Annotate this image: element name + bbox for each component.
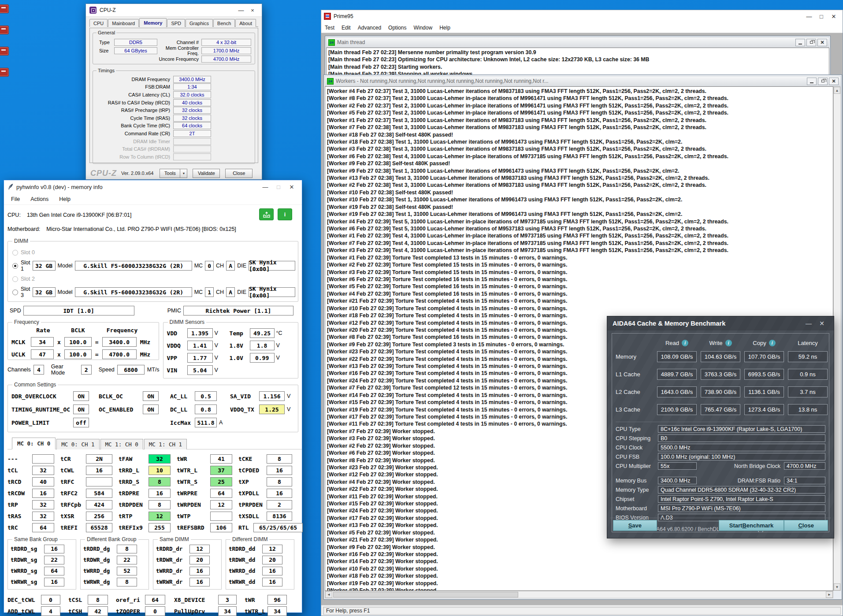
close-icon[interactable]: ✕: [829, 78, 839, 85]
scroll-up-icon[interactable]: ▲: [834, 87, 840, 94]
close-icon[interactable]: ✕: [817, 39, 827, 46]
mc-tab-0[interactable]: MC 0: CH 0: [12, 438, 56, 449]
extra-timing-value: 64: [145, 595, 165, 605]
vertical-scrollbar[interactable]: ▲ ▼: [833, 86, 841, 591]
close-button[interactable]: Close: [784, 520, 828, 531]
pyhwinfo-titlebar[interactable]: pyhwinfo v0.8 (dev) - memory info — □ ✕: [4, 180, 302, 193]
mc-tab-1[interactable]: MC 0: CH 1: [56, 439, 99, 449]
info-icon[interactable]: i: [769, 340, 776, 346]
scroll-left-icon[interactable]: ◄: [325, 591, 332, 598]
validate-button[interactable]: Validate: [193, 169, 220, 178]
menu-options[interactable]: Options: [385, 25, 410, 31]
timing-label: Total CAS# (tRDRAM): [96, 146, 173, 152]
pyhwinfo-minimize-button[interactable]: —: [259, 184, 272, 190]
scroll-right-icon[interactable]: ►: [826, 591, 833, 598]
speed-label: Speed: [99, 367, 115, 373]
info-label: Motherboard: [616, 505, 658, 512]
cpuz-titlebar[interactable]: CPU-Z — ×: [86, 4, 262, 17]
horizontal-scroll-thumb[interactable]: [333, 592, 518, 597]
timing-name: tWR: [177, 456, 210, 462]
slot-radio[interactable]: [12, 289, 18, 295]
timing-grid-row: tRC64tREFI65528tREFIx9255tREFSBRD106RTL6…: [7, 522, 298, 533]
menu-test[interactable]: Test: [321, 25, 338, 31]
desktop-icon[interactable]: [0, 4, 9, 13]
slot-radio[interactable]: [12, 263, 18, 269]
cpuz-memory-panel: General TypeDDR5Channel #4 x 32-bitSize6…: [89, 28, 258, 163]
desktop-icon[interactable]: [0, 68, 9, 77]
log-line: [Worker #4 Feb 27 02:39] Torture Test co…: [327, 290, 833, 297]
timing-value-box: 32: [32, 512, 54, 521]
prime95-minimize-button[interactable]: —: [803, 13, 815, 20]
tab-about[interactable]: About: [235, 19, 256, 27]
info-icon[interactable]: i: [725, 340, 732, 346]
bank-timing-row: tWRWR_dg8: [83, 576, 146, 587]
info-button[interactable]: i: [278, 208, 292, 220]
timing-value-box: 424: [86, 500, 112, 509]
read-value: 1643.0 GB/s: [657, 386, 697, 397]
minimize-icon[interactable]: [807, 78, 817, 85]
speed-value-box: 6800: [117, 365, 145, 375]
info-icon[interactable]: i: [682, 340, 688, 346]
scroll-down-icon[interactable]: ▼: [834, 583, 840, 590]
tab-spd[interactable]: SPD: [167, 19, 185, 27]
log-line: [Worker #9 Feb 27 02:39] Worker stopped.: [327, 544, 833, 551]
mc-tab-2[interactable]: MC 1: CH 0: [100, 439, 143, 449]
tab-bench[interactable]: Bench: [213, 19, 235, 27]
general-right-value: 1700.0 MHz: [201, 47, 251, 54]
close-button[interactable]: Close: [225, 169, 253, 178]
aida64-close-icon[interactable]: ✕: [815, 320, 828, 327]
tab-mainboard[interactable]: Mainboard: [108, 19, 139, 27]
menu-file[interactable]: File: [6, 196, 25, 202]
prime95-close-icon[interactable]: ✕: [828, 13, 840, 20]
main-thread-titlebar[interactable]: 24 Main thread ✕: [326, 37, 829, 48]
tab-graphics[interactable]: Graphics: [186, 19, 213, 27]
start-benchmark-button[interactable]: Start Benchmark: [719, 520, 784, 531]
frequency-box: 3400.0: [102, 337, 137, 347]
tools-button[interactable]: Tools: [160, 169, 180, 178]
mc-channel-tabs: MC 0: CH 0MC 0: CH 1MC 1: CH 0MC 1: CH 1: [12, 438, 298, 449]
info-row: ChipsetIntel Raptor Point-S Z790, Intel …: [616, 495, 825, 503]
menu-actions[interactable]: Actions: [25, 196, 54, 202]
column-header-write: Writei: [701, 340, 740, 346]
bank-timing-row: tRDWR_dg22: [83, 554, 146, 565]
menu-help[interactable]: Help: [54, 196, 76, 202]
prime95-titlebar[interactable]: Prime95 — □ ✕: [321, 10, 843, 22]
general-left-value: DDR5: [114, 39, 157, 46]
mc-tab-3[interactable]: MC 1: CH 1: [144, 439, 187, 449]
clock-name: MCLK: [11, 339, 31, 345]
timing-row: DRAM Idle Timer: [96, 137, 252, 145]
desktop-icon[interactable]: [0, 47, 9, 56]
tools-dropdown-arrow-icon[interactable]: ▼: [180, 169, 187, 178]
info-value: 8C+16c Intel Core i9-13900KF (Raptor Lak…: [658, 425, 825, 433]
horizontal-scrollbar[interactable]: ◄ ►: [325, 591, 833, 598]
cpuz-minimize-button[interactable]: —: [235, 7, 247, 14]
aida64-minimize-button[interactable]: —: [802, 320, 815, 327]
save-button[interactable]: Save: [613, 520, 657, 531]
menu-help[interactable]: Help: [436, 25, 454, 31]
pyhwinfo-close-icon[interactable]: ✕: [285, 184, 298, 190]
aida64-titlebar[interactable]: AIDA64 Cache & Memory Benchmark — ✕: [607, 316, 834, 330]
setting-unit: V: [285, 406, 290, 412]
timing-value-box: 41: [210, 454, 232, 464]
desktop-icon[interactable]: [0, 26, 9, 34]
bank-timing-row: tWRWR_dd16: [229, 576, 291, 587]
extra-timing-name: oref_ri: [116, 597, 145, 603]
minimize-icon[interactable]: [795, 39, 805, 46]
restore-icon[interactable]: [818, 78, 828, 85]
export-button[interactable]: [259, 208, 274, 220]
pyhwinfo-maximize-button[interactable]: □: [272, 184, 285, 190]
cpuz-close-icon[interactable]: ×: [247, 7, 258, 14]
menu-window[interactable]: Window: [410, 25, 436, 31]
menu-edit[interactable]: Edit: [338, 25, 354, 31]
sensor-value-box: 1.41: [187, 341, 213, 350]
unit-label: MHz: [137, 339, 150, 345]
prime95-app-icon: [324, 13, 331, 20]
tab-memory[interactable]: Memory: [139, 18, 167, 27]
log-line: [Worker #21 Feb 27 02:39] Torture Test c…: [327, 297, 833, 304]
workers-titlebar[interactable]: 24 Workers - Not running,Not running,Not…: [325, 76, 841, 86]
menu-advanced[interactable]: Advanced: [354, 25, 385, 31]
tab-cpu[interactable]: CPU: [89, 19, 108, 27]
prime95-maximize-button[interactable]: □: [815, 13, 828, 20]
aida64-window: AIDA64 Cache & Memory Benchmark — ✕ Read…: [607, 316, 834, 538]
restore-icon[interactable]: [806, 39, 816, 46]
